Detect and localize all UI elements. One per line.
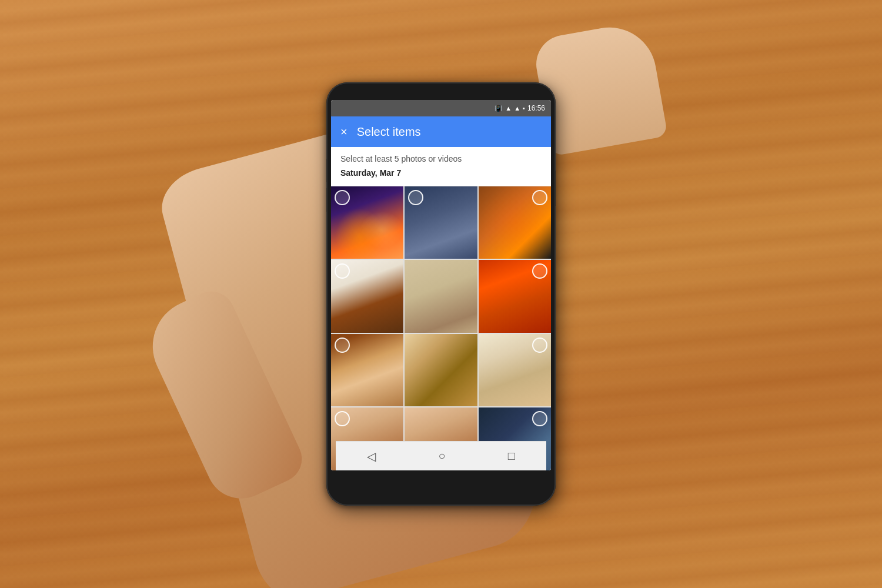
- photo-cell-7[interactable]: [331, 334, 403, 406]
- select-circle-12: [532, 411, 547, 426]
- date-label: Saturday, Mar 7: [340, 168, 542, 182]
- scene-container: 📳 ▲ ▲ ▪ 16:56 × Select items: [0, 0, 882, 588]
- battery-icon: ▪: [523, 105, 525, 112]
- nav-bar: ◁ ○ □: [336, 441, 546, 470]
- photo-7: [331, 334, 403, 406]
- photo-cell-4[interactable]: [331, 260, 403, 332]
- photo-4: [331, 260, 403, 332]
- vibrate-icon: 📳: [495, 105, 503, 112]
- photo-cell-3[interactable]: [479, 186, 551, 259]
- volume-up-button: [326, 159, 327, 182]
- subtitle-section: Select at least 5 photos or videos Satur…: [331, 147, 551, 186]
- photo-grid: [331, 186, 551, 470]
- signal-icon: ▲: [514, 105, 520, 112]
- close-button[interactable]: ×: [340, 125, 348, 139]
- photo-cell-6[interactable]: [479, 260, 551, 332]
- app-bar-title: Select items: [357, 125, 542, 139]
- wifi-icon: ▲: [505, 105, 512, 112]
- back-button[interactable]: ◁: [367, 449, 376, 463]
- select-circle-10: [335, 411, 350, 426]
- status-bar: 📳 ▲ ▲ ▪ 16:56: [331, 100, 551, 116]
- select-circle-1: [335, 190, 350, 205]
- photo-6: [479, 260, 551, 332]
- select-circle-3: [532, 190, 547, 205]
- photo-cell-9[interactable]: [479, 334, 551, 406]
- status-time: 16:56: [527, 104, 545, 112]
- app-bar: × Select items: [331, 116, 551, 147]
- select-circle-9: [532, 338, 547, 353]
- content-area: Select at least 5 photos or videos Satur…: [331, 147, 551, 470]
- photo-1: [331, 186, 403, 259]
- select-circle-2: [408, 190, 423, 205]
- photo-2: [405, 186, 477, 259]
- phone-body: 📳 ▲ ▲ ▪ 16:56 × Select items: [326, 82, 556, 506]
- photo-cell-8[interactable]: [405, 334, 477, 406]
- recents-button[interactable]: □: [508, 449, 515, 463]
- select-circle-6: [532, 263, 547, 279]
- select-circle-4: [335, 263, 350, 279]
- photo-5: [405, 260, 477, 332]
- hand-container: 📳 ▲ ▲ ▪ 16:56 × Select items: [176, 29, 706, 559]
- home-button[interactable]: ○: [438, 449, 445, 463]
- select-circle-7: [335, 338, 350, 353]
- photo-8: [405, 334, 477, 406]
- photo-cell-2[interactable]: [405, 186, 477, 259]
- instruction-text: Select at least 5 photos or videos: [340, 154, 542, 163]
- phone-screen: 📳 ▲ ▲ ▪ 16:56 × Select items: [331, 100, 551, 470]
- volume-down-button: [326, 188, 327, 212]
- photo-3: [479, 186, 551, 259]
- status-icons: 📳 ▲ ▲ ▪ 16:56: [495, 104, 545, 112]
- phone-device: 📳 ▲ ▲ ▪ 16:56 × Select items: [326, 82, 556, 506]
- photo-cell-5[interactable]: [405, 260, 477, 332]
- photo-9: [479, 334, 551, 406]
- power-button: [555, 171, 556, 206]
- photo-cell-1[interactable]: [331, 186, 403, 259]
